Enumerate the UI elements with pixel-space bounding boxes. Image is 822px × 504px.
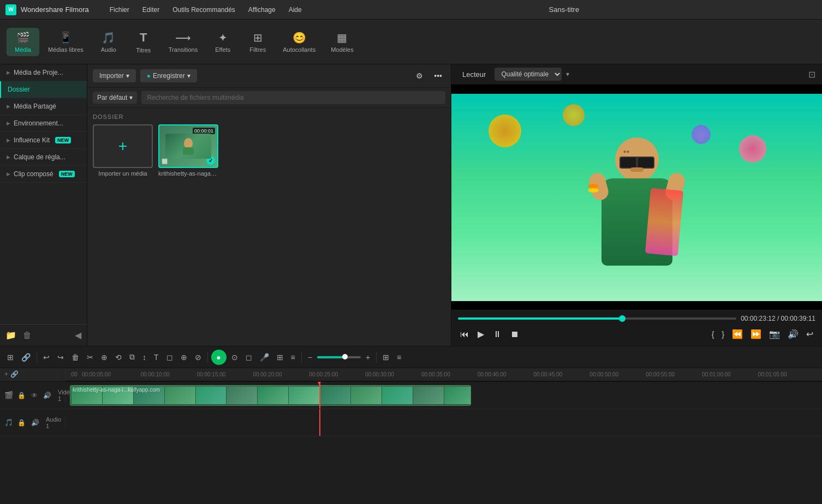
- filter-button[interactable]: ⚙: [413, 69, 426, 83]
- extra-button[interactable]: ↩: [804, 327, 815, 341]
- tl-add-button[interactable]: ⊕: [178, 351, 190, 364]
- video-label: krithishetty-as-naga-l...: [158, 170, 218, 177]
- main-area: ▶ Média de Proje... Dossier ▶ Média Part…: [0, 64, 822, 346]
- tl-plus-button[interactable]: +: [363, 351, 373, 364]
- play-button[interactable]: ▶: [475, 327, 486, 341]
- video-clip[interactable]: krithishetty-as-naga-i...kulfyapp.com: [70, 385, 471, 406]
- arrow-icon: ▶: [7, 70, 10, 75]
- tl-more-button[interactable]: ≡: [288, 351, 298, 364]
- tool-autocollants[interactable]: 😊 Autocollants: [276, 28, 322, 56]
- panel-item-dossier[interactable]: Dossier: [0, 81, 87, 98]
- menu-fichier[interactable]: Fichier: [104, 4, 135, 16]
- tl-rotate-button[interactable]: ⟲: [112, 351, 124, 364]
- more-button[interactable]: •••: [431, 69, 445, 83]
- tool-transitions-label: Transitions: [169, 46, 198, 53]
- sort-select[interactable]: Par défaut ▾: [93, 92, 137, 104]
- tool-effets[interactable]: ✦ Effets: [206, 28, 239, 56]
- preview-tab-lecteur[interactable]: Lecteur: [458, 68, 490, 81]
- video-eye-button[interactable]: 👁: [30, 391, 39, 400]
- tl-minus-button[interactable]: −: [305, 351, 315, 364]
- panel-item-environnement[interactable]: ▶ Environnement...: [0, 115, 87, 132]
- timeline-ruler[interactable]: :00 00:00:05:00 00:00:10:00 00:00:15:00 …: [65, 368, 822, 381]
- video-lock-button[interactable]: 🔒: [16, 391, 27, 400]
- record-button[interactable]: ● Enregistrer ▾: [140, 69, 197, 82]
- tl-effects-button[interactable]: ⊙: [229, 351, 241, 364]
- ruler-mark-1: 00:00:05:00: [82, 371, 141, 377]
- delete-folder-button[interactable]: 🗑: [22, 329, 33, 341]
- tl-undo-button[interactable]: ↩: [40, 351, 52, 364]
- import-button[interactable]: Importer ▾: [93, 69, 136, 82]
- tool-audio[interactable]: 🎵 Audio: [92, 28, 125, 56]
- tl-join-button[interactable]: ⊕: [98, 351, 110, 364]
- menu-outils[interactable]: Outils Recommandés: [167, 4, 241, 16]
- tl-marker-button[interactable]: ⊘: [192, 351, 204, 364]
- media-item-video[interactable]: 00:00:01 ▦ ✓ k: [158, 124, 218, 177]
- collapse-panel-button[interactable]: ◀: [74, 329, 82, 341]
- search-input[interactable]: [141, 91, 445, 104]
- prev-frame-button[interactable]: ⏪: [730, 327, 745, 341]
- tl-grid-button[interactable]: ⊞: [380, 351, 392, 364]
- video-thumb[interactable]: 00:00:01 ▦ ✓: [158, 124, 218, 168]
- menu-aide[interactable]: Aide: [283, 4, 307, 16]
- volume-button[interactable]: 🔊: [785, 327, 801, 341]
- tl-green-screen-button[interactable]: ●: [211, 350, 227, 365]
- audio-mute-button[interactable]: 🔊: [30, 418, 40, 428]
- next-frame-button[interactable]: ⏩: [748, 327, 764, 341]
- audio-lock-button[interactable]: 🔒: [16, 418, 27, 428]
- pause-button[interactable]: ⏸: [491, 327, 504, 341]
- video-sound-button[interactable]: 🔊: [42, 391, 52, 400]
- mark-out-button[interactable]: }: [719, 327, 726, 341]
- tl-plugin-button[interactable]: ⊞: [274, 351, 286, 364]
- panel-item-clip-compose[interactable]: ▶ Clip composé NEW: [0, 166, 87, 183]
- tool-modeles[interactable]: ▦ Modèles: [324, 28, 360, 56]
- add-track-button[interactable]: +: [4, 370, 8, 378]
- tl-audio-button[interactable]: ◻: [243, 351, 255, 364]
- panel-item-media-projet[interactable]: ▶ Média de Proje...: [0, 64, 87, 81]
- zoom-slider[interactable]: [317, 356, 361, 358]
- ruler-mark-8: 00:00:40:00: [478, 371, 534, 377]
- mark-in-button[interactable]: {: [710, 327, 717, 341]
- panel-item-influence-kit[interactable]: ▶ Influence Kit NEW: [0, 132, 87, 149]
- add-folder-button[interactable]: 📁: [4, 329, 17, 341]
- tl-mirror-button[interactable]: ⧉: [127, 350, 138, 364]
- panel-item-media-partage[interactable]: ▶ Média Partagé: [0, 98, 87, 115]
- tool-medias-libres[interactable]: 📱 Médias libres: [41, 28, 90, 56]
- screenshot-button[interactable]: 📷: [767, 327, 782, 341]
- playhead[interactable]: [319, 382, 320, 409]
- tl-text-button[interactable]: T: [151, 351, 162, 364]
- tl-mic-button[interactable]: 🎤: [257, 351, 272, 364]
- tool-titres[interactable]: T Titres: [127, 27, 160, 57]
- tl-shape-button[interactable]: ◻: [164, 351, 176, 364]
- tl-delete-button[interactable]: 🗑: [69, 351, 82, 364]
- ruler-mark-6: 00:00:30:00: [365, 371, 421, 377]
- timeline-toolbar: ⊞ 🔗 ↩ ↪ 🗑 ✂ ⊕ ⟲ ⧉ ↕ T ◻ ⊕ ⊘ ● ⊙ ◻ 🎤 ⊞ ≡ …: [0, 346, 822, 368]
- tl-redo-button[interactable]: ↪: [55, 351, 67, 364]
- audio-track-label: Audio 1: [46, 416, 61, 429]
- audio-icon: 🎵: [102, 31, 115, 44]
- tl-crop-button[interactable]: ↕: [140, 351, 149, 364]
- tl-settings-button[interactable]: ≡: [394, 351, 404, 364]
- left-panel: ▶ Média de Proje... Dossier ▶ Média Part…: [0, 64, 87, 346]
- tool-filtres[interactable]: ⊞ Filtres: [241, 28, 274, 56]
- tl-cut-button[interactable]: ✂: [84, 351, 96, 364]
- menu-editer[interactable]: Editer: [137, 4, 165, 16]
- preview-expand-button[interactable]: ⊡: [808, 69, 815, 80]
- quality-select[interactable]: Qualité optimale: [495, 68, 562, 81]
- media-content: DOSSIER + Importer un média 00:00:01 ▦ ✓: [87, 108, 451, 346]
- rewind-button[interactable]: ⏮: [458, 327, 471, 341]
- link-track-button[interactable]: 🔗: [10, 370, 19, 378]
- separator-2: [207, 352, 208, 363]
- stop-button[interactable]: ⏹: [508, 327, 521, 341]
- add-media-thumb[interactable]: +: [93, 124, 153, 168]
- menu-affichage[interactable]: Affichage: [243, 4, 281, 16]
- tool-transitions[interactable]: ⟶ Transitions: [162, 28, 204, 56]
- frame-5: [196, 387, 227, 404]
- tl-snap-button[interactable]: ⊞: [4, 351, 16, 364]
- playback-bar[interactable]: [458, 317, 736, 320]
- tl-link-button[interactable]: 🔗: [19, 351, 33, 364]
- tool-media[interactable]: 🎬 Média: [7, 28, 39, 56]
- add-media-item[interactable]: + Importer un média: [93, 124, 153, 177]
- panel-item-calque[interactable]: ▶ Calque de régla...: [0, 149, 87, 166]
- media-toolbar: Importer ▾ ● Enregistrer ▾ ⚙ •••: [87, 64, 451, 88]
- ruler-mark-0: :00: [65, 371, 82, 377]
